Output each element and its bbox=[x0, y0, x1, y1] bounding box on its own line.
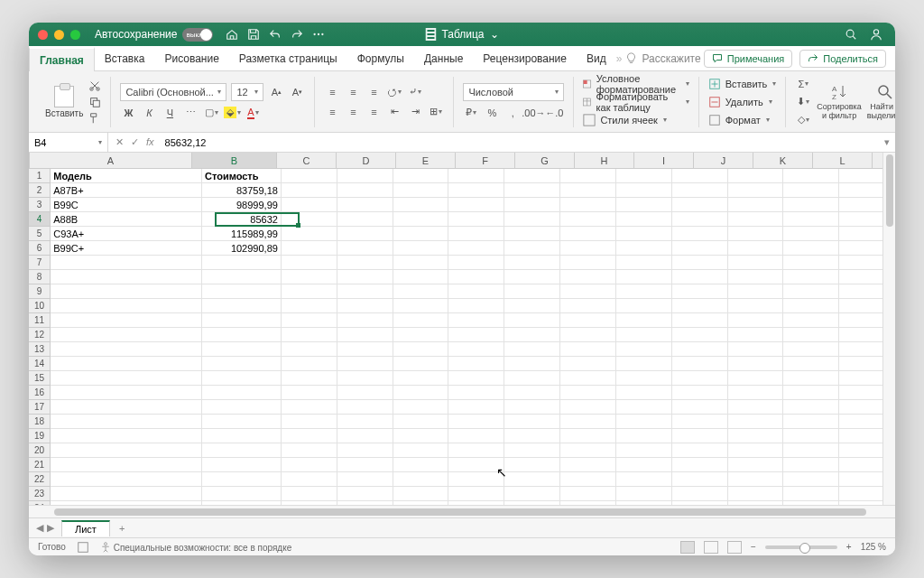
row-header[interactable]: 16 bbox=[29, 386, 51, 400]
cell[interactable] bbox=[783, 415, 839, 429]
cell[interactable] bbox=[337, 212, 393, 227]
cell[interactable] bbox=[282, 183, 337, 198]
cell[interactable] bbox=[504, 169, 560, 183]
align-center-icon[interactable]: ≡ bbox=[345, 104, 361, 120]
cell[interactable] bbox=[51, 487, 202, 501]
cell[interactable] bbox=[672, 284, 728, 299]
cell[interactable] bbox=[504, 241, 560, 256]
row-header[interactable]: 20 bbox=[29, 443, 51, 458]
col-header-C[interactable]: C bbox=[277, 153, 337, 168]
add-sheet-button[interactable]: + bbox=[110, 523, 134, 534]
cell[interactable] bbox=[448, 415, 504, 429]
cell[interactable] bbox=[672, 313, 728, 328]
cell[interactable] bbox=[282, 443, 337, 458]
cell[interactable]: 115989,99 bbox=[202, 227, 282, 241]
cell[interactable] bbox=[448, 256, 504, 270]
cell[interactable] bbox=[560, 299, 616, 313]
cell[interactable] bbox=[393, 342, 449, 357]
more-icon[interactable] bbox=[312, 28, 325, 41]
copy-icon[interactable] bbox=[88, 96, 101, 108]
cell[interactable] bbox=[728, 400, 784, 415]
cell[interactable] bbox=[51, 400, 202, 415]
cell[interactable] bbox=[202, 371, 282, 386]
cell[interactable] bbox=[337, 328, 393, 342]
cell[interactable] bbox=[728, 357, 784, 371]
cell[interactable] bbox=[672, 472, 728, 487]
close-window[interactable] bbox=[38, 30, 48, 40]
enter-icon[interactable]: ✓ bbox=[131, 136, 139, 148]
cell[interactable] bbox=[728, 227, 784, 241]
cell[interactable]: Стоимость bbox=[202, 169, 282, 183]
save-icon[interactable] bbox=[247, 28, 260, 41]
page-layout-view-icon[interactable] bbox=[704, 541, 718, 554]
cell[interactable] bbox=[337, 342, 393, 357]
autosum-icon[interactable]: Σ▾ bbox=[795, 76, 811, 92]
cell[interactable] bbox=[448, 386, 504, 400]
row-header[interactable]: 10 bbox=[29, 299, 51, 313]
col-header-G[interactable]: G bbox=[515, 153, 575, 168]
cell[interactable] bbox=[202, 342, 282, 357]
cell[interactable] bbox=[202, 487, 282, 501]
cell[interactable] bbox=[504, 198, 560, 212]
cell[interactable] bbox=[448, 472, 504, 487]
cell[interactable] bbox=[616, 357, 672, 371]
paste-button[interactable]: Вставить bbox=[45, 86, 83, 118]
cell[interactable] bbox=[783, 429, 839, 443]
cell[interactable] bbox=[393, 313, 449, 328]
cell[interactable] bbox=[616, 443, 672, 458]
cell[interactable] bbox=[616, 386, 672, 400]
cell[interactable] bbox=[393, 357, 449, 371]
col-header-A[interactable]: A bbox=[30, 153, 192, 168]
cell[interactable] bbox=[337, 386, 393, 400]
cell[interactable] bbox=[560, 270, 616, 284]
cell[interactable] bbox=[337, 472, 393, 487]
cell[interactable] bbox=[504, 284, 560, 299]
cell[interactable] bbox=[448, 342, 504, 357]
row-header[interactable]: 4 bbox=[29, 212, 51, 227]
grid-rows[interactable]: 1МодельСтоимость2A87B+83759,183B99C98999… bbox=[29, 169, 895, 505]
cell[interactable]: C93A+ bbox=[51, 227, 202, 241]
cell[interactable] bbox=[728, 458, 784, 472]
cell[interactable] bbox=[783, 227, 839, 241]
cell[interactable] bbox=[728, 342, 784, 357]
cell[interactable] bbox=[393, 472, 449, 487]
cell[interactable] bbox=[202, 299, 282, 313]
cell[interactable] bbox=[783, 313, 839, 328]
cell[interactable] bbox=[51, 270, 202, 284]
zoom-out-icon[interactable]: − bbox=[751, 542, 756, 552]
delete-cells-button[interactable]: Удалить▾ bbox=[708, 94, 777, 110]
cell[interactable] bbox=[282, 487, 337, 501]
cell[interactable] bbox=[51, 429, 202, 443]
cell[interactable] bbox=[51, 299, 202, 313]
col-header-B[interactable]: B bbox=[192, 153, 277, 168]
cell[interactable]: 102990,89 bbox=[202, 241, 282, 256]
format-table-button[interactable]: Форматировать как таблицу▾ bbox=[583, 94, 688, 110]
col-header-F[interactable]: F bbox=[456, 153, 515, 168]
cell[interactable] bbox=[393, 371, 449, 386]
cell[interactable] bbox=[672, 371, 728, 386]
cell[interactable] bbox=[282, 328, 337, 342]
decrease-indent-icon[interactable]: ⇤ bbox=[386, 104, 402, 120]
cell[interactable] bbox=[337, 169, 393, 183]
cell[interactable] bbox=[616, 415, 672, 429]
cell[interactable] bbox=[616, 429, 672, 443]
col-header-J[interactable]: J bbox=[694, 153, 753, 168]
cell[interactable] bbox=[560, 328, 616, 342]
cell[interactable] bbox=[504, 386, 560, 400]
cell[interactable] bbox=[51, 342, 202, 357]
cell[interactable]: Модель bbox=[51, 169, 202, 183]
cell[interactable] bbox=[282, 415, 337, 429]
zoom-slider[interactable] bbox=[765, 545, 837, 549]
cell[interactable] bbox=[616, 371, 672, 386]
cell[interactable] bbox=[504, 443, 560, 458]
cell[interactable] bbox=[448, 313, 504, 328]
cell[interactable]: 98999,99 bbox=[202, 198, 282, 212]
cell[interactable] bbox=[616, 472, 672, 487]
cell[interactable] bbox=[393, 299, 449, 313]
cell[interactable] bbox=[282, 241, 337, 256]
insert-cells-button[interactable]: Вставить▾ bbox=[708, 76, 777, 92]
cell[interactable] bbox=[202, 415, 282, 429]
cell[interactable] bbox=[560, 313, 616, 328]
cell[interactable] bbox=[448, 183, 504, 198]
cell[interactable] bbox=[448, 328, 504, 342]
